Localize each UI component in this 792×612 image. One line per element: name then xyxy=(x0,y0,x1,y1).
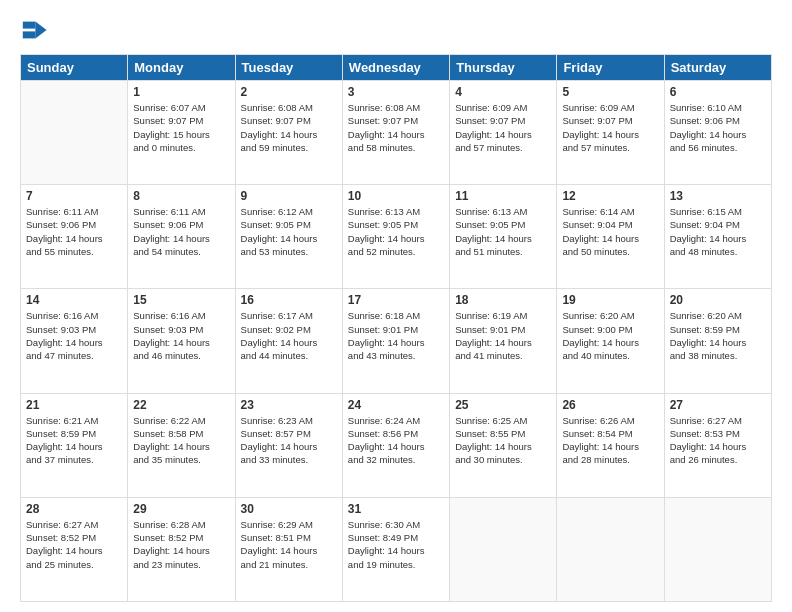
day-number: 25 xyxy=(455,398,551,412)
calendar-cell: 25Sunrise: 6:25 AM Sunset: 8:55 PM Dayli… xyxy=(450,393,557,497)
day-number: 9 xyxy=(241,189,337,203)
calendar-cell: 15Sunrise: 6:16 AM Sunset: 9:03 PM Dayli… xyxy=(128,289,235,393)
calendar-body: 1Sunrise: 6:07 AM Sunset: 9:07 PM Daylig… xyxy=(21,81,772,602)
day-info: Sunrise: 6:22 AM Sunset: 8:58 PM Dayligh… xyxy=(133,414,229,467)
logo xyxy=(20,16,52,44)
day-info: Sunrise: 6:25 AM Sunset: 8:55 PM Dayligh… xyxy=(455,414,551,467)
day-number: 30 xyxy=(241,502,337,516)
calendar-cell: 24Sunrise: 6:24 AM Sunset: 8:56 PM Dayli… xyxy=(342,393,449,497)
day-number: 14 xyxy=(26,293,122,307)
calendar-cell: 16Sunrise: 6:17 AM Sunset: 9:02 PM Dayli… xyxy=(235,289,342,393)
day-number: 22 xyxy=(133,398,229,412)
calendar-cell: 9Sunrise: 6:12 AM Sunset: 9:05 PM Daylig… xyxy=(235,185,342,289)
calendar-cell: 31Sunrise: 6:30 AM Sunset: 8:49 PM Dayli… xyxy=(342,497,449,601)
calendar-cell: 3Sunrise: 6:08 AM Sunset: 9:07 PM Daylig… xyxy=(342,81,449,185)
calendar-week-5: 28Sunrise: 6:27 AM Sunset: 8:52 PM Dayli… xyxy=(21,497,772,601)
day-number: 20 xyxy=(670,293,766,307)
calendar-cell: 11Sunrise: 6:13 AM Sunset: 9:05 PM Dayli… xyxy=(450,185,557,289)
calendar-cell: 22Sunrise: 6:22 AM Sunset: 8:58 PM Dayli… xyxy=(128,393,235,497)
day-info: Sunrise: 6:10 AM Sunset: 9:06 PM Dayligh… xyxy=(670,101,766,154)
day-info: Sunrise: 6:17 AM Sunset: 9:02 PM Dayligh… xyxy=(241,309,337,362)
calendar-cell xyxy=(557,497,664,601)
calendar-header-tuesday: Tuesday xyxy=(235,55,342,81)
day-number: 28 xyxy=(26,502,122,516)
calendar-header-row: SundayMondayTuesdayWednesdayThursdayFrid… xyxy=(21,55,772,81)
day-info: Sunrise: 6:08 AM Sunset: 9:07 PM Dayligh… xyxy=(348,101,444,154)
day-info: Sunrise: 6:16 AM Sunset: 9:03 PM Dayligh… xyxy=(26,309,122,362)
calendar-cell: 20Sunrise: 6:20 AM Sunset: 8:59 PM Dayli… xyxy=(664,289,771,393)
day-info: Sunrise: 6:09 AM Sunset: 9:07 PM Dayligh… xyxy=(455,101,551,154)
day-number: 5 xyxy=(562,85,658,99)
calendar-cell: 28Sunrise: 6:27 AM Sunset: 8:52 PM Dayli… xyxy=(21,497,128,601)
day-number: 21 xyxy=(26,398,122,412)
day-info: Sunrise: 6:19 AM Sunset: 9:01 PM Dayligh… xyxy=(455,309,551,362)
day-number: 24 xyxy=(348,398,444,412)
day-info: Sunrise: 6:27 AM Sunset: 8:52 PM Dayligh… xyxy=(26,518,122,571)
day-info: Sunrise: 6:21 AM Sunset: 8:59 PM Dayligh… xyxy=(26,414,122,467)
day-info: Sunrise: 6:29 AM Sunset: 8:51 PM Dayligh… xyxy=(241,518,337,571)
day-info: Sunrise: 6:09 AM Sunset: 9:07 PM Dayligh… xyxy=(562,101,658,154)
day-number: 8 xyxy=(133,189,229,203)
calendar-cell: 19Sunrise: 6:20 AM Sunset: 9:00 PM Dayli… xyxy=(557,289,664,393)
day-number: 1 xyxy=(133,85,229,99)
day-number: 17 xyxy=(348,293,444,307)
day-number: 3 xyxy=(348,85,444,99)
day-number: 23 xyxy=(241,398,337,412)
calendar-cell: 13Sunrise: 6:15 AM Sunset: 9:04 PM Dayli… xyxy=(664,185,771,289)
day-number: 11 xyxy=(455,189,551,203)
svg-rect-3 xyxy=(23,31,36,38)
day-info: Sunrise: 6:20 AM Sunset: 9:00 PM Dayligh… xyxy=(562,309,658,362)
calendar-header-monday: Monday xyxy=(128,55,235,81)
calendar-cell: 12Sunrise: 6:14 AM Sunset: 9:04 PM Dayli… xyxy=(557,185,664,289)
calendar-week-4: 21Sunrise: 6:21 AM Sunset: 8:59 PM Dayli… xyxy=(21,393,772,497)
calendar-cell: 6Sunrise: 6:10 AM Sunset: 9:06 PM Daylig… xyxy=(664,81,771,185)
calendar-cell xyxy=(21,81,128,185)
calendar-cell xyxy=(664,497,771,601)
calendar-cell: 4Sunrise: 6:09 AM Sunset: 9:07 PM Daylig… xyxy=(450,81,557,185)
day-info: Sunrise: 6:13 AM Sunset: 9:05 PM Dayligh… xyxy=(455,205,551,258)
day-info: Sunrise: 6:30 AM Sunset: 8:49 PM Dayligh… xyxy=(348,518,444,571)
day-info: Sunrise: 6:27 AM Sunset: 8:53 PM Dayligh… xyxy=(670,414,766,467)
day-number: 13 xyxy=(670,189,766,203)
calendar-header-saturday: Saturday xyxy=(664,55,771,81)
calendar-cell: 14Sunrise: 6:16 AM Sunset: 9:03 PM Dayli… xyxy=(21,289,128,393)
day-info: Sunrise: 6:23 AM Sunset: 8:57 PM Dayligh… xyxy=(241,414,337,467)
day-info: Sunrise: 6:11 AM Sunset: 9:06 PM Dayligh… xyxy=(26,205,122,258)
day-info: Sunrise: 6:08 AM Sunset: 9:07 PM Dayligh… xyxy=(241,101,337,154)
day-number: 29 xyxy=(133,502,229,516)
calendar-header-wednesday: Wednesday xyxy=(342,55,449,81)
calendar-cell: 2Sunrise: 6:08 AM Sunset: 9:07 PM Daylig… xyxy=(235,81,342,185)
calendar-cell: 29Sunrise: 6:28 AM Sunset: 8:52 PM Dayli… xyxy=(128,497,235,601)
day-number: 26 xyxy=(562,398,658,412)
day-info: Sunrise: 6:12 AM Sunset: 9:05 PM Dayligh… xyxy=(241,205,337,258)
calendar-cell: 23Sunrise: 6:23 AM Sunset: 8:57 PM Dayli… xyxy=(235,393,342,497)
calendar-week-3: 14Sunrise: 6:16 AM Sunset: 9:03 PM Dayli… xyxy=(21,289,772,393)
calendar-cell: 18Sunrise: 6:19 AM Sunset: 9:01 PM Dayli… xyxy=(450,289,557,393)
calendar-cell: 21Sunrise: 6:21 AM Sunset: 8:59 PM Dayli… xyxy=(21,393,128,497)
day-info: Sunrise: 6:18 AM Sunset: 9:01 PM Dayligh… xyxy=(348,309,444,362)
day-info: Sunrise: 6:24 AM Sunset: 8:56 PM Dayligh… xyxy=(348,414,444,467)
day-number: 19 xyxy=(562,293,658,307)
calendar-week-2: 7Sunrise: 6:11 AM Sunset: 9:06 PM Daylig… xyxy=(21,185,772,289)
calendar-cell: 1Sunrise: 6:07 AM Sunset: 9:07 PM Daylig… xyxy=(128,81,235,185)
day-info: Sunrise: 6:13 AM Sunset: 9:05 PM Dayligh… xyxy=(348,205,444,258)
day-number: 15 xyxy=(133,293,229,307)
day-number: 6 xyxy=(670,85,766,99)
calendar-header-thursday: Thursday xyxy=(450,55,557,81)
svg-rect-2 xyxy=(23,22,36,29)
day-number: 18 xyxy=(455,293,551,307)
calendar-cell: 5Sunrise: 6:09 AM Sunset: 9:07 PM Daylig… xyxy=(557,81,664,185)
calendar-cell: 26Sunrise: 6:26 AM Sunset: 8:54 PM Dayli… xyxy=(557,393,664,497)
day-info: Sunrise: 6:14 AM Sunset: 9:04 PM Dayligh… xyxy=(562,205,658,258)
calendar-cell: 8Sunrise: 6:11 AM Sunset: 9:06 PM Daylig… xyxy=(128,185,235,289)
day-number: 7 xyxy=(26,189,122,203)
calendar-cell: 10Sunrise: 6:13 AM Sunset: 9:05 PM Dayli… xyxy=(342,185,449,289)
day-info: Sunrise: 6:28 AM Sunset: 8:52 PM Dayligh… xyxy=(133,518,229,571)
day-info: Sunrise: 6:26 AM Sunset: 8:54 PM Dayligh… xyxy=(562,414,658,467)
day-info: Sunrise: 6:20 AM Sunset: 8:59 PM Dayligh… xyxy=(670,309,766,362)
day-info: Sunrise: 6:11 AM Sunset: 9:06 PM Dayligh… xyxy=(133,205,229,258)
calendar-header-friday: Friday xyxy=(557,55,664,81)
calendar-header-sunday: Sunday xyxy=(21,55,128,81)
day-number: 10 xyxy=(348,189,444,203)
day-info: Sunrise: 6:16 AM Sunset: 9:03 PM Dayligh… xyxy=(133,309,229,362)
